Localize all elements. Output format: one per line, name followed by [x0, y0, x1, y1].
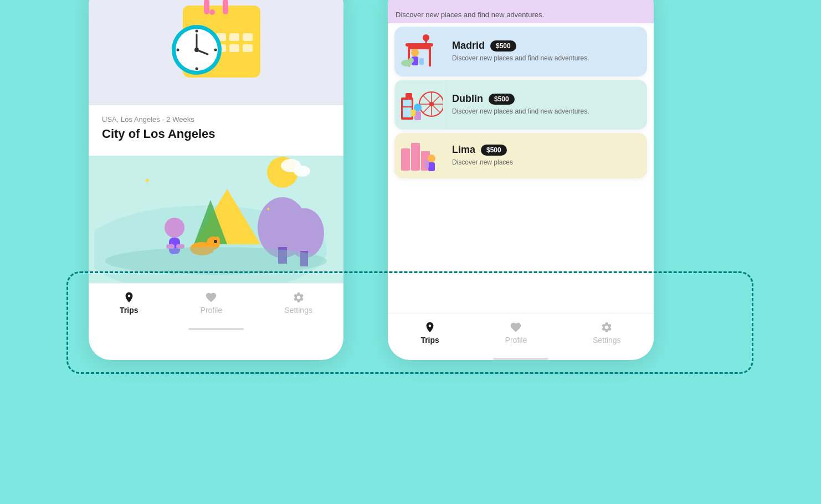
madrid-price: $500	[490, 40, 516, 52]
svg-rect-7	[243, 33, 253, 41]
svg-point-23	[196, 68, 198, 70]
svg-point-21	[194, 48, 199, 52]
nav-trips-2[interactable]: Trips	[420, 321, 439, 344]
dublin-desc: Discover new places and find new adventu…	[452, 107, 639, 116]
card1-text: USA, Los Angeles - 2 Weeks City of Los A…	[89, 105, 343, 151]
phone-1: USA, Los Angeles - 2 Weeks City of Los A…	[89, 0, 343, 360]
svg-rect-48	[396, 28, 443, 75]
bottom-nav-1: Trips Profile Settings	[89, 283, 343, 326]
lima-price: $500	[481, 145, 507, 156]
dublin-image	[394, 80, 444, 130]
svg-rect-80	[424, 161, 429, 168]
svg-rect-64	[406, 93, 412, 99]
card2-camping: ✦ ✦	[89, 156, 343, 283]
nav-settings-label-2: Settings	[593, 336, 621, 344]
lima-desc: Discover new places	[452, 158, 639, 167]
svg-rect-11	[229, 44, 239, 52]
svg-point-22	[196, 30, 198, 33]
nav-profile-1[interactable]: Profile	[201, 291, 223, 315]
madrid-header: Madrid $500	[452, 40, 639, 52]
svg-point-30	[285, 208, 324, 258]
phones-container: USA, Los Angeles - 2 Weeks City of Los A…	[89, 0, 654, 360]
dest-card-madrid: Madrid $500 Discover new places and find…	[394, 27, 647, 76]
svg-rect-62	[403, 100, 412, 106]
dublin-header: Dublin $500	[452, 93, 639, 105]
settings-icon-2	[601, 321, 613, 333]
nav-trips-1[interactable]: Trips	[120, 291, 138, 315]
location-icon-1	[123, 291, 135, 304]
dublin-price: $500	[489, 94, 515, 105]
svg-point-59	[408, 58, 414, 63]
svg-rect-15	[204, 0, 209, 14]
heart-icon-2	[510, 321, 522, 333]
top-card-desc: Discover new places and find new adventu…	[388, 11, 552, 19]
dublin-name: Dublin	[452, 93, 483, 105]
madrid-info: Madrid $500 Discover new places and find…	[444, 33, 647, 70]
svg-point-44	[214, 240, 217, 243]
nav-profile-2[interactable]: Profile	[505, 321, 527, 344]
svg-rect-76	[411, 143, 420, 171]
svg-point-45	[105, 247, 327, 275]
svg-rect-6	[229, 33, 239, 41]
nav-profile-label-2: Profile	[505, 336, 527, 344]
card1-image	[89, 0, 343, 105]
svg-rect-50	[429, 47, 431, 66]
svg-rect-51	[406, 43, 433, 47]
nav-settings-2[interactable]: Settings	[593, 321, 621, 344]
home-indicator-2	[493, 358, 548, 360]
svg-point-26	[209, 9, 215, 15]
svg-point-55	[411, 49, 419, 56]
svg-rect-39	[166, 244, 175, 249]
svg-rect-79	[428, 162, 435, 171]
svg-rect-75	[401, 148, 410, 171]
svg-text:✦: ✦	[144, 176, 151, 185]
heart-icon-1	[205, 291, 217, 304]
svg-rect-52	[408, 47, 431, 49]
svg-rect-73	[411, 110, 415, 116]
card1-title: City of Los Angeles	[102, 127, 330, 141]
lima-info: Lima $500 Discover new places	[444, 137, 647, 174]
madrid-illustration	[396, 28, 443, 75]
destination-list: Madrid $500 Discover new places and find…	[388, 23, 654, 313]
bottom-nav-2: Trips Profile Settings	[388, 313, 654, 356]
svg-point-36	[294, 166, 310, 177]
nav-trips-label-1: Trips	[120, 306, 138, 315]
top-partial-card: Discover new places and find new adventu…	[388, 0, 654, 23]
lima-header: Lima $500	[452, 144, 639, 156]
phone-2: Discover new places and find new adventu…	[388, 0, 654, 360]
lima-illustration	[396, 133, 443, 178]
svg-rect-57	[419, 58, 424, 65]
svg-rect-12	[243, 44, 253, 52]
dublin-illustration	[396, 81, 443, 128]
svg-text:✦: ✦	[266, 206, 270, 212]
madrid-name: Madrid	[452, 40, 485, 52]
location-icon-2	[424, 321, 436, 333]
svg-point-37	[165, 218, 184, 238]
nav-settings-1[interactable]: Settings	[284, 291, 312, 315]
svg-point-25	[214, 49, 217, 52]
home-indicator-1	[188, 328, 244, 330]
settings-icon-1	[293, 291, 305, 304]
svg-point-24	[177, 49, 179, 52]
madrid-image	[394, 27, 444, 76]
nav-settings-label-1: Settings	[284, 306, 312, 315]
dest-card-dublin: Dublin $500 Discover new places and find…	[394, 80, 647, 130]
camping-illustration: ✦ ✦	[94, 156, 338, 283]
calendar-illustration	[155, 0, 277, 100]
lima-image	[394, 133, 444, 178]
madrid-desc: Discover new places and find new adventu…	[452, 54, 639, 63]
svg-point-78	[428, 155, 435, 162]
nav-trips-label-2: Trips	[420, 336, 439, 344]
lima-name: Lima	[452, 144, 475, 156]
card1-subtitle: USA, Los Angeles - 2 Weeks	[102, 115, 330, 124]
nav-profile-label-1: Profile	[201, 306, 223, 315]
svg-rect-63	[403, 107, 412, 117]
svg-rect-16	[223, 0, 228, 14]
dest-card-lima: Lima $500 Discover new places	[394, 133, 647, 178]
dublin-info: Dublin $500 Discover new places and find…	[444, 86, 647, 123]
